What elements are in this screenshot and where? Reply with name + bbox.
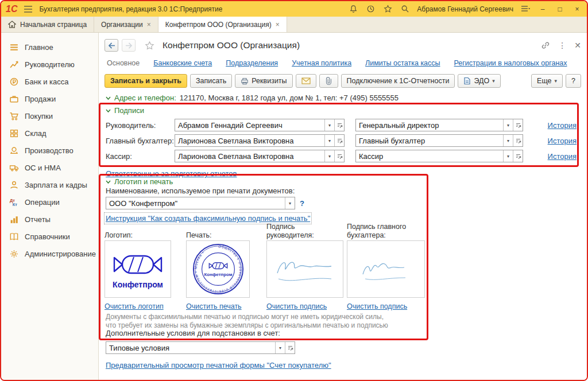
favorites-star-icon[interactable]	[382, 4, 393, 14]
notifications-bell-icon[interactable]	[348, 4, 358, 14]
envelope-icon	[301, 77, 311, 84]
tab-organizations[interactable]: Организации ×	[94, 17, 158, 32]
clear-accountant-signature-link[interactable]: Очистить подпись	[347, 302, 407, 310]
sidebar-item-warehouse[interactable]: Склад	[1, 125, 98, 142]
search-icon[interactable]	[400, 4, 410, 14]
sidebar-label: Справочники	[25, 232, 70, 241]
sidebar-item-directories[interactable]: Справочники	[1, 228, 98, 245]
tab-konfetprom-org[interactable]: Конфетпром ООО (Организация) ×	[158, 17, 287, 32]
favorite-star-icon[interactable]	[145, 41, 154, 50]
email-button[interactable]	[296, 74, 316, 88]
sidebar-item-operations[interactable]: ДтКт Операции	[1, 193, 98, 211]
cashier-position-input[interactable]: Кассир ▾	[355, 150, 523, 162]
director-position-input[interactable]: Генеральный директор ▾	[355, 119, 523, 131]
clear-stamp-link[interactable]: Очистить печать	[186, 302, 242, 310]
sidebar-item-purchases[interactable]: Покупки	[1, 107, 98, 125]
nav-subdivisions[interactable]: Подразделения	[226, 59, 278, 67]
address-group-title[interactable]: Адрес и телефон:	[114, 94, 176, 102]
dropdown-button[interactable]: ▾	[503, 150, 513, 162]
requisites-button[interactable]: Реквизиты	[235, 74, 292, 88]
dropdown-button[interactable]: ▾	[324, 150, 334, 162]
dropdown-button[interactable]: ▾	[275, 342, 285, 353]
open-button[interactable]	[285, 342, 295, 353]
chief-accountant-position-input[interactable]: Главный бухгалтер ▾	[355, 134, 523, 147]
dropdown-button[interactable]: ▾	[285, 197, 295, 209]
sidebar-label: Продажи	[25, 95, 56, 103]
dropdown-button[interactable]: ▾	[324, 135, 334, 146]
invoice-preview-link[interactable]: Предварительный просмотр печатной формы …	[106, 361, 331, 370]
image-label: Логотип:	[105, 223, 171, 239]
sidebar-item-fixed-assets[interactable]: ОС и НМА	[1, 159, 98, 176]
sidebar-item-main[interactable]: Главное	[1, 38, 98, 56]
history-link[interactable]: История	[548, 152, 577, 161]
sidebar-item-administration[interactable]: Администрирование	[1, 245, 98, 262]
open-button[interactable]	[513, 150, 523, 162]
current-user[interactable]: Абрамов Геннадий Сергеевич	[417, 5, 513, 13]
close-window-button[interactable]: ×	[572, 5, 582, 13]
more-menu-icon[interactable]: ⋮	[558, 41, 566, 50]
connect-1c-reporting-button[interactable]: Подключение к 1С-Отчетности	[341, 74, 455, 88]
print-name-input[interactable]: ООО "Конфетпром" ▾	[106, 197, 295, 209]
nav-cash-limits[interactable]: Лимиты остатка кассы	[365, 59, 440, 67]
svg-text:Кт: Кт	[13, 202, 18, 207]
printer-icon	[241, 77, 249, 85]
signature-row-director: Руководитель: Абрамов Геннадий Сергеевич…	[106, 119, 577, 131]
nav-main[interactable]: Основное	[107, 59, 140, 67]
maximize-button[interactable]: □	[555, 5, 565, 13]
1c-logo: 1С	[6, 5, 17, 14]
director-name-input[interactable]: Абрамов Геннадий Сергеевич ▾	[175, 119, 345, 131]
attachments-button[interactable]	[319, 74, 338, 88]
sidebar-item-bank-cash[interactable]: Банк и касса	[1, 73, 98, 90]
open-button[interactable]	[334, 119, 344, 131]
sidebar-item-salary-hr[interactable]: Зарплата и кадры	[1, 176, 98, 193]
sidebar-item-reports[interactable]: Отчеты	[1, 211, 98, 228]
signatures-group-header[interactable]: Подписи	[106, 106, 144, 115]
input-value: Абрамов Геннадий Сергеевич	[175, 119, 324, 131]
get-link-icon[interactable]	[541, 41, 550, 50]
close-icon[interactable]: ×	[276, 21, 280, 29]
image-label: Печать:	[186, 223, 250, 239]
tab-home[interactable]: Начальная страница	[1, 17, 94, 32]
stamp-image: Общество с ограниченной ответственностью…	[186, 240, 250, 298]
report-responsibles-link[interactable]: Ответственные за подготовку отчетов	[106, 169, 237, 178]
dropdown-button[interactable]: ▾	[324, 119, 334, 131]
sidebar-item-production[interactable]: Производство	[1, 142, 98, 159]
image-label: Подпись главного бухгалтера:	[347, 223, 425, 239]
sidebar-item-manager[interactable]: Руководителю	[1, 56, 98, 73]
save-and-close-button[interactable]: Записать и закрыть	[105, 74, 187, 88]
open-button[interactable]	[334, 150, 344, 162]
chief-accountant-name-input[interactable]: Ларионова Светлана Викторовна ▾	[175, 134, 345, 147]
forward-button[interactable]	[122, 39, 136, 52]
cashier-name-input[interactable]: Ларионова Светлана Викторовна ▾	[175, 150, 345, 162]
open-button[interactable]	[513, 135, 523, 146]
facsimile-instruction-link[interactable]: Инструкция "Как создать факсимильную под…	[106, 214, 310, 223]
main-menu-icon[interactable]	[23, 4, 33, 14]
invoice-conditions-input[interactable]: Типовые условия ▾	[106, 341, 295, 354]
back-button[interactable]	[105, 39, 118, 52]
close-icon[interactable]: ×	[147, 21, 151, 29]
more-button[interactable]: Еще ▾	[531, 74, 563, 88]
close-form-icon[interactable]: ✕	[574, 41, 581, 50]
sidebar-item-sales[interactable]: Продажи	[1, 90, 98, 107]
history-icon[interactable]	[365, 4, 376, 14]
nav-tax-registrations[interactable]: Регистрации в налоговых органах	[454, 59, 567, 67]
address-summary: 121170, Москва г, 1812 года ул, дом № 1,…	[180, 94, 399, 102]
open-button[interactable]	[334, 135, 344, 146]
service-settings-icon[interactable]	[520, 4, 531, 14]
history-link[interactable]: История	[548, 121, 577, 130]
facsimile-disclaimer: Документы с факсимильными печатью и подп…	[106, 313, 388, 330]
edo-button[interactable]: ЭДО ▾	[458, 74, 500, 88]
clear-director-signature-link[interactable]: Очистить подпись	[266, 302, 327, 310]
clear-logo-link[interactable]: Очистить логотип	[105, 302, 164, 310]
nav-bank-accounts[interactable]: Банковские счета	[153, 59, 212, 67]
dropdown-button[interactable]: ▾	[503, 135, 513, 146]
history-link[interactable]: История	[548, 137, 577, 145]
help-question-icon[interactable]: ?	[300, 199, 304, 208]
open-button[interactable]	[513, 119, 523, 131]
dropdown-button[interactable]: ▾	[503, 119, 513, 131]
minimize-button[interactable]: –	[537, 5, 548, 13]
logo-group-header[interactable]: Логотип и печать	[106, 177, 173, 186]
save-button[interactable]: Записать	[190, 74, 232, 88]
help-button[interactable]: ?	[566, 74, 581, 88]
nav-accounting-policy[interactable]: Учетная политика	[292, 59, 351, 67]
